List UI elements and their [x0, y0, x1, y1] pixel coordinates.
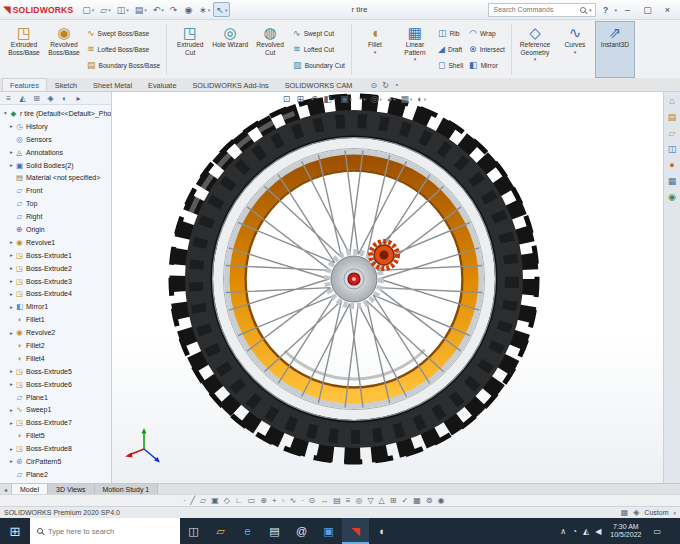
taskbar-app-icon[interactable]: ▤ [261, 518, 288, 544]
tray-icon[interactable]: ◀ [595, 527, 601, 536]
tree-item[interactable]: ◖ Fillet1 [2, 313, 111, 326]
expander-icon[interactable]: ▸ [8, 162, 15, 168]
task-pane-icon[interactable]: ● [669, 161, 674, 170]
expander-icon[interactable]: ▸ [8, 149, 15, 155]
selection-filter-icon[interactable]: ∿ [290, 497, 297, 505]
command-search-box[interactable]: ▾ [488, 3, 596, 17]
ribbon-tab[interactable]: Sketch [47, 78, 85, 91]
selection-filter-icon[interactable]: ▱ [200, 497, 206, 505]
selection-filter-icon[interactable]: ╱ [190, 497, 195, 505]
heads-up-icon[interactable]: ▣▾ [338, 94, 354, 104]
tree-item[interactable]: ◖ Fillet5 [2, 429, 111, 442]
ribbon-small-button[interactable]: ≋Lofted Cut [291, 42, 347, 57]
expander-icon[interactable]: ▸ [8, 420, 15, 426]
tree-item[interactable]: ◎ Sensors [2, 133, 111, 146]
tree-item[interactable]: ▸ ◳ Boss-Extrude7 [2, 416, 111, 429]
panel-tab-icon[interactable]: ◭ [16, 92, 29, 104]
heads-up-icon[interactable]: ⊡ [281, 94, 294, 104]
tree-item[interactable]: ◖ Fillet4 [2, 352, 111, 365]
ribbon-big-button[interactable]: ◳Extruded Boss/Base [4, 21, 44, 78]
tree-item[interactable]: ▸ ⊛ CirPattern5 [2, 455, 111, 468]
tree-item[interactable]: ▱ Right [2, 210, 111, 223]
tree-item[interactable]: ⊕ Origin [2, 223, 111, 236]
tree-item[interactable]: ▸ ◬ Annotations [2, 146, 111, 159]
expander-icon[interactable]: ▸ [8, 446, 15, 452]
ribbon-extra-icon[interactable]: ◔ [394, 81, 399, 90]
selection-filter-icon[interactable]: ◦ [282, 497, 285, 505]
heads-up-icon[interactable]: ◧▾ [321, 94, 337, 104]
wheel-hub[interactable] [327, 252, 381, 306]
tab-scroll-icon[interactable]: ◂ [0, 484, 12, 494]
quick-access-icon[interactable]: ↷ [167, 2, 182, 17]
ribbon-tab[interactable]: SOLIDWORKS CAM [277, 78, 361, 91]
selection-filter-icon[interactable]: ∟ [235, 497, 243, 505]
tree-item[interactable]: ▸ ▣ Solid Bodies(2) [2, 159, 111, 172]
selection-filter-icon[interactable]: ◉ [437, 497, 444, 505]
taskbar-app-icon[interactable]: ◐ [369, 518, 396, 544]
taskbar-app-icon[interactable]: ▱ [207, 518, 234, 544]
command-search-input[interactable] [493, 6, 576, 13]
ribbon-small-button[interactable]: ◧Mirror [467, 58, 507, 73]
ribbon-small-button[interactable]: ⊗Intersect [467, 42, 507, 57]
selection-filter-icon[interactable]: + [272, 497, 277, 505]
tray-icon[interactable]: ∧ [560, 527, 566, 536]
heads-up-icon[interactable]: ◕▾ [385, 94, 398, 104]
ribbon-small-button[interactable]: ∿Swept Cut [291, 26, 347, 41]
expander-icon[interactable]: ▸ [8, 278, 15, 284]
tree-item[interactable]: ▸ ◳ Boss-Extrude5 [2, 365, 111, 378]
taskbar-app-icon[interactable]: @ [288, 518, 315, 544]
ribbon-big-button[interactable]: ⇗Instant3D [595, 21, 635, 78]
expander-icon[interactable]: ▸ [8, 368, 15, 374]
units-caret-icon[interactable]: ▾ [673, 510, 676, 516]
ribbon-small-button[interactable]: ▥Boundary Cut [291, 58, 347, 73]
ribbon-big-button[interactable]: ◍Revolved Cut [250, 21, 290, 78]
quick-access-icon[interactable]: ↖▾ [213, 2, 230, 17]
sprocket-part[interactable] [371, 242, 398, 269]
ribbon-extra-icon[interactable]: ↻ [382, 81, 389, 90]
selection-filter-icon[interactable]: ▽ [367, 497, 373, 505]
heads-up-icon[interactable]: ◐▾ [415, 94, 428, 104]
tree-item[interactable]: ▸ ◳ Boss-Extrude2 [2, 262, 111, 275]
ribbon-tab[interactable]: SOLIDWORKS Add-Ins [184, 78, 276, 91]
expander-icon[interactable]: ▸ [8, 291, 15, 297]
task-pane-icon[interactable]: ◉ [668, 193, 676, 202]
quick-access-icon[interactable]: ▢▾ [79, 2, 97, 17]
ribbon-tab[interactable]: Evaluate [140, 78, 184, 91]
ribbon-small-button[interactable]: ▤Boundary Boss/Base [85, 58, 162, 73]
ribbon-big-button[interactable]: ◇Reference Geometry▾ [515, 21, 555, 78]
ribbon-big-button[interactable]: ▦Linear Pattern▾ [395, 21, 435, 78]
tree-item[interactable]: ▱ Top [2, 197, 111, 210]
expander-icon[interactable]: ▸ [8, 265, 15, 271]
selection-filter-icon[interactable]: ◇ [224, 497, 230, 505]
ribbon-small-button[interactable]: ◠Wrap [467, 26, 507, 41]
tree-item[interactable]: ▱ Front [2, 184, 111, 197]
panel-tab-icon[interactable]: ◈ [44, 92, 57, 104]
tree-item[interactable]: ▸ ◉ Revolve2 [2, 326, 111, 339]
expander-icon[interactable]: ▸ [8, 123, 15, 129]
quick-access-icon[interactable]: ◫▾ [114, 2, 132, 17]
panel-tab-icon[interactable]: ≡ [2, 92, 15, 104]
selection-filter-icon[interactable]: ▭ [248, 497, 256, 505]
ribbon-big-button[interactable]: ◳Extruded Cut [170, 21, 210, 78]
tree-item[interactable]: ▱ Plane1 [2, 391, 111, 404]
tray-icon[interactable]: ◔ [572, 527, 577, 536]
tree-item[interactable]: ▸ ◳ Boss-Extrude1 [2, 249, 111, 262]
quick-access-icon[interactable]: ↶▾ [150, 2, 167, 17]
close-button[interactable]: × [658, 2, 677, 18]
document-tab[interactable]: Model [12, 484, 48, 494]
panel-tab-icon[interactable]: ⊞ [30, 92, 43, 104]
taskbar-app-icon[interactable]: ◥ [342, 518, 369, 544]
help-button[interactable]: ? [597, 5, 613, 15]
quick-access-icon[interactable]: ∗▾ [196, 2, 213, 17]
tree-item[interactable]: ▸ ◳ Boss-Extrude8 [2, 442, 111, 455]
wheel-3d-model[interactable] [112, 92, 662, 483]
ribbon-small-button[interactable]: ∿Swept Boss/Base [85, 26, 162, 41]
selection-filter-icon[interactable]: ◎ [355, 497, 362, 505]
taskbar-clock[interactable]: 7:30 AM 10/5/2022 [607, 523, 644, 540]
tree-item[interactable]: ◖ Fillet2 [2, 339, 111, 352]
tree-item[interactable]: ▸ ◳ Boss-Extrude3 [2, 275, 111, 288]
ribbon-tab[interactable]: Features [2, 78, 47, 91]
taskbar-app-icon[interactable]: ◫ [180, 518, 207, 544]
heads-up-icon[interactable]: ◔▾ [355, 94, 368, 104]
document-tab[interactable]: Motion Study 1 [95, 484, 159, 494]
